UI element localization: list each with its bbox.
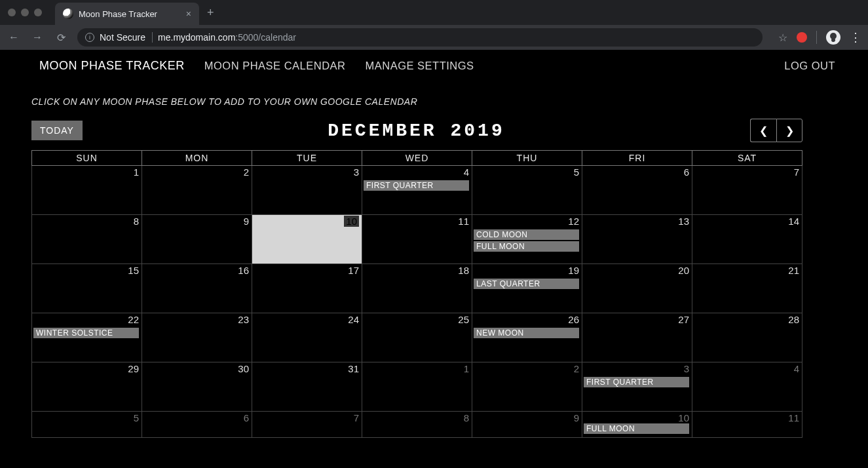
- url-field[interactable]: i Not Secure me.mydomain.com:5000/calend…: [77, 28, 763, 47]
- calendar-event[interactable]: FIRST QUARTER: [364, 180, 469, 191]
- calendar-event[interactable]: FIRST QUARTER: [584, 377, 689, 387]
- day-number: 31: [348, 363, 359, 374]
- calendar-cell[interactable]: 24: [252, 313, 362, 362]
- dayname-header: MON: [142, 151, 252, 166]
- day-number: 10: [678, 412, 689, 423]
- day-number: 12: [568, 216, 579, 227]
- calendar-cell[interactable]: 1: [32, 166, 142, 215]
- brand-link[interactable]: MOON PHASE TRACKER: [39, 59, 185, 73]
- calendar-cell[interactable]: 15: [32, 264, 142, 313]
- calendar-cell[interactable]: 5: [472, 166, 582, 215]
- calendar-cell[interactable]: 11: [692, 412, 802, 438]
- calendar-cell[interactable]: 11: [362, 215, 472, 264]
- forward-button[interactable]: →: [30, 31, 45, 43]
- calendar-event[interactable]: NEW MOON: [474, 328, 579, 338]
- day-number: 10: [344, 216, 359, 227]
- browser-menu-icon[interactable]: ⋮: [850, 30, 861, 45]
- url-path: :5000/calendar: [235, 32, 296, 43]
- calendar-cell[interactable]: 6: [142, 412, 252, 438]
- close-window-icon[interactable]: [8, 9, 16, 16]
- calendar-cell[interactable]: 6: [582, 166, 692, 215]
- minimize-window-icon[interactable]: [21, 9, 29, 16]
- info-icon[interactable]: i: [85, 33, 94, 42]
- calendar-cell[interactable]: 22WINTER SOLSTICE: [32, 313, 142, 362]
- calendar-grid: SUNMONTUEWEDTHUFRISAT 1234FIRST QUARTER5…: [31, 150, 802, 438]
- calendar-cell[interactable]: 9: [142, 215, 252, 264]
- back-button[interactable]: ←: [7, 31, 21, 43]
- prev-month-button[interactable]: ❮: [750, 119, 776, 142]
- day-number: 24: [348, 314, 359, 325]
- month-title: DECEMBER 2019: [83, 121, 750, 141]
- dayname-header: TUE: [252, 151, 362, 166]
- calendar-event[interactable]: WINTER SOLSTICE: [33, 328, 139, 338]
- day-number: 6: [244, 412, 249, 423]
- calendar-cell[interactable]: 7: [692, 166, 802, 215]
- nav-logout[interactable]: LOG OUT: [784, 60, 835, 72]
- calendar-cell[interactable]: 20: [582, 264, 692, 313]
- calendar-cell[interactable]: 3FIRST QUARTER: [582, 362, 692, 412]
- day-number: 30: [238, 363, 249, 374]
- profile-icon[interactable]: [826, 30, 840, 45]
- app-nav: MOON PHASE TRACKER MOON PHASE CALENDAR M…: [0, 50, 868, 82]
- calendar-cell[interactable]: 28: [692, 313, 802, 362]
- calendar-cell[interactable]: 29: [32, 362, 142, 412]
- calendar-cell[interactable]: 4FIRST QUARTER: [362, 166, 472, 215]
- calendar-cell[interactable]: 27: [582, 313, 692, 362]
- window-controls[interactable]: [8, 9, 42, 16]
- day-number: 14: [788, 216, 799, 227]
- next-month-button[interactable]: ❯: [776, 119, 802, 142]
- calendar-cell[interactable]: 5: [32, 412, 142, 438]
- day-number: 9: [574, 412, 579, 423]
- maximize-window-icon[interactable]: [34, 9, 42, 16]
- calendar-cell[interactable]: 3: [252, 166, 362, 215]
- calendar-cell[interactable]: 16: [142, 264, 252, 313]
- bookmark-icon[interactable]: ☆: [778, 31, 787, 44]
- calendar-cell[interactable]: 4: [692, 362, 802, 412]
- calendar-cell[interactable]: 2: [142, 166, 252, 215]
- day-number: 1: [464, 363, 469, 374]
- calendar-toolbar: TODAY DECEMBER 2019 ❮ ❯: [0, 119, 868, 150]
- calendar-cell[interactable]: 9: [472, 412, 582, 438]
- calendar-cell[interactable]: 14: [692, 215, 802, 264]
- calendar-cell[interactable]: 2: [472, 362, 582, 412]
- calendar-event[interactable]: COLD MOON: [474, 229, 579, 240]
- calendar-cell[interactable]: 8: [362, 412, 472, 438]
- day-number: 1: [134, 166, 139, 178]
- calendar-cell[interactable]: 8: [32, 215, 142, 264]
- new-tab-button[interactable]: +: [207, 6, 214, 20]
- calendar-cell[interactable]: 31: [252, 362, 362, 412]
- calendar-event[interactable]: FULL MOON: [584, 423, 689, 434]
- divider: [816, 31, 817, 44]
- calendar-cell[interactable]: 13: [582, 215, 692, 264]
- day-number: 2: [244, 166, 249, 178]
- calendar-event[interactable]: LAST QUARTER: [474, 279, 579, 289]
- day-number: 25: [458, 314, 469, 325]
- not-secure-label: Not Secure: [100, 32, 153, 43]
- calendar-cell[interactable]: 23: [142, 313, 252, 362]
- calendar-cell[interactable]: 19LAST QUARTER: [472, 264, 582, 313]
- calendar-cell[interactable]: 1: [362, 362, 472, 412]
- calendar-cell[interactable]: 18: [362, 264, 472, 313]
- reload-button[interactable]: ⟳: [54, 31, 68, 44]
- calendar-cell[interactable]: 12COLD MOONFULL MOON: [472, 215, 582, 264]
- today-button[interactable]: TODAY: [31, 121, 83, 140]
- nav-calendar[interactable]: MOON PHASE CALENDAR: [204, 60, 346, 72]
- calendar-cell[interactable]: 7: [252, 412, 362, 438]
- day-number: 5: [134, 412, 139, 423]
- calendar-cell[interactable]: 17: [252, 264, 362, 313]
- chevron-right-icon: ❯: [785, 125, 794, 137]
- browser-tab[interactable]: Moon Phase Tracker ×: [55, 3, 199, 25]
- close-tab-icon[interactable]: ×: [186, 9, 191, 19]
- day-number: 11: [788, 412, 799, 423]
- nav-settings[interactable]: MANAGE SETTINGS: [366, 60, 474, 72]
- calendar-cell[interactable]: 30: [142, 362, 252, 412]
- calendar-cell[interactable]: 10FULL MOON: [582, 412, 692, 438]
- day-number: 26: [568, 314, 579, 325]
- calendar-event[interactable]: FULL MOON: [474, 241, 579, 252]
- calendar-cell[interactable]: 25: [362, 313, 472, 362]
- calendar-cell[interactable]: 26NEW MOON: [472, 313, 582, 362]
- calendar-cell[interactable]: 10: [252, 215, 362, 264]
- extension-badge-icon[interactable]: [797, 32, 807, 43]
- day-number: 28: [788, 314, 799, 325]
- calendar-cell[interactable]: 21: [692, 264, 802, 313]
